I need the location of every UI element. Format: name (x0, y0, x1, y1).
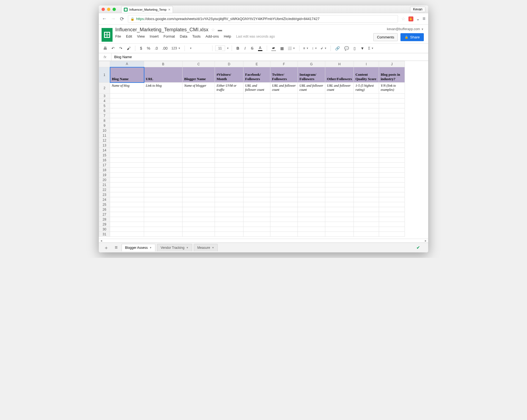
cell-C6[interactable] (183, 108, 215, 113)
cell-H31[interactable] (325, 232, 354, 237)
cell-C25[interactable] (183, 202, 215, 207)
strikethrough-icon[interactable]: S (249, 45, 255, 52)
cell-G20[interactable] (298, 177, 325, 182)
cell-C5[interactable] (183, 103, 215, 108)
cell-I30[interactable] (354, 227, 379, 232)
cell-A5[interactable] (110, 103, 144, 108)
text-color-icon[interactable]: A (256, 44, 264, 52)
cell-H27[interactable] (325, 212, 354, 217)
cell-F20[interactable] (270, 177, 298, 182)
cell-A15[interactable] (110, 153, 144, 158)
cell-J12[interactable] (379, 138, 405, 143)
cell-G13[interactable] (298, 143, 325, 148)
fill-color-icon[interactable]: ▰ (270, 44, 277, 52)
row-header-2[interactable]: 2 (99, 83, 110, 94)
cell-G23[interactable] (298, 192, 325, 197)
cell-E7[interactable] (243, 113, 270, 118)
cell-G2[interactable]: URL and follower count (298, 83, 325, 94)
cell-I3[interactable] (354, 94, 379, 98)
cell-B11[interactable] (144, 133, 183, 138)
print-icon[interactable]: 🖶 (102, 45, 109, 52)
font-size-input[interactable]: 11 (215, 46, 225, 51)
cell-D30[interactable] (215, 227, 243, 232)
cell-H21[interactable] (325, 182, 354, 187)
col-header-G[interactable]: G (298, 61, 325, 67)
cell-D14[interactable] (215, 148, 243, 153)
cell-E30[interactable] (243, 227, 270, 232)
menu-file[interactable]: File (115, 34, 121, 38)
cell-B29[interactable] (144, 222, 183, 227)
cell-E19[interactable] (243, 173, 270, 177)
cell-F29[interactable] (270, 222, 298, 227)
cell-D27[interactable] (215, 212, 243, 217)
cell-G31[interactable] (298, 232, 325, 237)
redo-icon[interactable]: ↷ (117, 45, 124, 52)
cell-B3[interactable] (144, 94, 183, 98)
cell-G6[interactable] (298, 108, 325, 113)
row-header-1[interactable]: 1 (99, 67, 110, 83)
cell-C10[interactable] (183, 128, 215, 133)
row-header-16[interactable]: 16 (99, 158, 110, 163)
row-header-7[interactable]: 7 (99, 113, 110, 118)
cell-D8[interactable] (215, 118, 243, 123)
cell-B26[interactable] (144, 207, 183, 212)
cell-A10[interactable] (110, 128, 144, 133)
cell-D29[interactable] (215, 222, 243, 227)
cell-D11[interactable] (215, 133, 243, 138)
col-header-J[interactable]: J (379, 61, 405, 67)
tab-menu-arrow-icon[interactable]: ▼ (186, 246, 189, 249)
cell-D22[interactable] (215, 187, 243, 192)
cell-F28[interactable] (270, 217, 298, 222)
move-folder-icon[interactable]: ▬ (218, 27, 222, 32)
cell-H9[interactable] (325, 123, 354, 128)
italic-icon[interactable]: I (242, 45, 248, 52)
cell-J5[interactable] (379, 103, 405, 108)
sheet-tab-vendor-tracking[interactable]: Vendor Tracking▼ (157, 244, 192, 251)
cell-D20[interactable] (215, 177, 243, 182)
cell-J9[interactable] (379, 123, 405, 128)
cell-A30[interactable] (110, 227, 144, 232)
formula-input[interactable]: Blog Name (111, 55, 428, 59)
cell-J26[interactable] (379, 207, 405, 212)
bookmark-star-icon[interactable]: ☆ (401, 16, 405, 21)
increase-decimal-icon[interactable]: .00 (161, 45, 169, 52)
cell-B6[interactable] (144, 108, 183, 113)
row-header-8[interactable]: 8 (99, 118, 110, 123)
cell-I8[interactable] (354, 118, 379, 123)
comments-button[interactable]: Comments (373, 33, 398, 41)
cell-H24[interactable] (325, 197, 354, 202)
cell-G28[interactable] (298, 217, 325, 222)
cell-I28[interactable] (354, 217, 379, 222)
cell-F15[interactable] (270, 153, 298, 158)
cell-J30[interactable] (379, 227, 405, 232)
cell-A12[interactable] (110, 138, 144, 143)
cell-G17[interactable] (298, 163, 325, 168)
cell-H2[interactable]: URL and follower count (325, 83, 354, 94)
functions-icon[interactable]: Σ▼ (367, 46, 375, 51)
cell-I18[interactable] (354, 168, 379, 173)
cell-H28[interactable] (325, 217, 354, 222)
col-header-C[interactable]: C (183, 61, 215, 67)
cell-F11[interactable] (270, 133, 298, 138)
cell-E2[interactable]: URL and follower count (243, 83, 270, 94)
chrome-menu-icon[interactable]: ≡ (422, 16, 425, 22)
cell-C29[interactable] (183, 222, 215, 227)
cell-E28[interactable] (243, 217, 270, 222)
cell-E18[interactable] (243, 168, 270, 173)
cell-B17[interactable] (144, 163, 183, 168)
cell-I15[interactable] (354, 153, 379, 158)
cell-D31[interactable] (215, 232, 243, 237)
cell-D18[interactable] (215, 168, 243, 173)
paint-format-icon[interactable]: 🖌 (125, 45, 132, 52)
decrease-decimal-icon[interactable]: .0 (153, 45, 159, 52)
cell-D9[interactable] (215, 123, 243, 128)
cell-E27[interactable] (243, 212, 270, 217)
cell-D10[interactable] (215, 128, 243, 133)
cell-E8[interactable] (243, 118, 270, 123)
cell-I2[interactable]: 1-5 (5 highest rating) (354, 83, 379, 94)
cell-B20[interactable] (144, 177, 183, 182)
row-header-13[interactable]: 13 (99, 143, 110, 148)
percent-icon[interactable]: % (145, 45, 152, 52)
cell-G21[interactable] (298, 182, 325, 187)
cell-C30[interactable] (183, 227, 215, 232)
